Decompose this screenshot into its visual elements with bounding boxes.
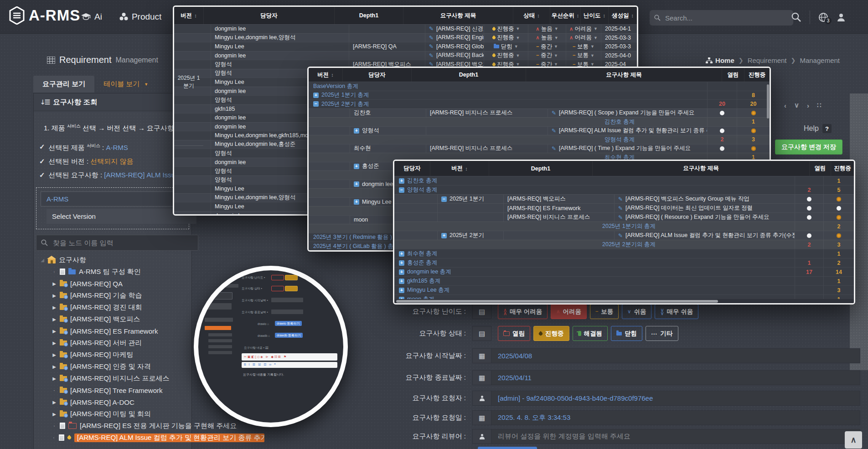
- user-profile-icon[interactable]: [837, 13, 846, 22]
- edit-pencil-icon[interactable]: ✎: [552, 145, 556, 152]
- expand-arrow-icon[interactable]: ▶: [52, 352, 57, 357]
- sort-icon[interactable]: ↕: [603, 13, 606, 18]
- expand-arrow-icon[interactable]: ▶: [52, 329, 57, 334]
- edit-pencil-icon[interactable]: ✎: [429, 26, 434, 32]
- caret-down-icon[interactable]: ▼: [590, 62, 594, 67]
- difficulty-option-button[interactable]: ∧∧매우 어려움: [498, 304, 548, 319]
- save-requirement-button[interactable]: 요구사항 변경 저장: [775, 139, 842, 155]
- column-header[interactable]: 요구사항 제목: [403, 7, 513, 24]
- menu-item-product[interactable]: Product: [119, 12, 161, 22]
- end-date-input[interactable]: 2025/04/11: [491, 370, 860, 385]
- search-icon-large[interactable]: [791, 12, 801, 22]
- column-header[interactable]: 진행중: [831, 161, 854, 176]
- tree-item[interactable]: ·[ARMS-REQ] ALM Issue 컬럼 추가 및 현황관리 보기 종류…: [36, 432, 264, 444]
- column-header[interactable]: 요구사항 제목: [526, 68, 722, 82]
- caret-down-icon[interactable]: ▼: [516, 36, 520, 40]
- chevron-right-icon[interactable]: ›: [807, 102, 809, 109]
- caret-down-icon[interactable]: ▼: [554, 26, 558, 31]
- sort-icon[interactable]: ↕: [194, 13, 197, 18]
- table-row[interactable]: +Mingyu Lee 총계3: [394, 285, 854, 294]
- expand-arrow-icon[interactable]: ▶: [52, 364, 57, 369]
- edit-pencil-icon[interactable]: ✎: [429, 43, 434, 50]
- status-option-button[interactable]: 열림: [498, 326, 530, 341]
- table-row[interactable]: [ARMS-REQ] ES Framework✎[ARMS-REQ] 데이터는 …: [394, 203, 854, 212]
- table-row[interactable]: +홍성준 총계12: [394, 258, 854, 267]
- collapse-icon[interactable]: −: [399, 187, 404, 193]
- column-header[interactable]: 상태↕: [513, 7, 550, 24]
- expand-icon[interactable]: +: [399, 251, 404, 257]
- table-row[interactable]: [ARMS-REQ] 비지니스 프로세스✎[ARMS-REQ] ( Resour…: [394, 212, 854, 222]
- tree-root-item[interactable]: ◢요구사항: [36, 254, 264, 266]
- expand-arrow-icon[interactable]: ▶: [52, 317, 57, 322]
- edit-pencil-icon[interactable]: ✎: [552, 110, 556, 116]
- search-input[interactable]: [664, 14, 789, 22]
- menu-item-ai[interactable]: Ai: [81, 12, 102, 22]
- tree-search[interactable]: [36, 235, 198, 251]
- tree-item[interactable]: ·A-RMS 팀 구성 확인: [36, 266, 264, 278]
- table-row[interactable]: dongmin lee✎[ARMS-REQ] 신경호 변리사님께 설명 진행중▼…: [174, 24, 637, 33]
- table-row[interactable]: −양형석 총계25: [394, 185, 854, 194]
- caret-down-icon[interactable]: ▼: [590, 44, 594, 49]
- table-row[interactable]: +gkfn185 총계1: [394, 276, 854, 285]
- logo[interactable]: A-RMS: [9, 6, 80, 25]
- chevron-left-icon[interactable]: ‹: [784, 102, 786, 109]
- column-header[interactable]: 담당자: [203, 7, 334, 24]
- expand-icon[interactable]: +: [399, 288, 404, 293]
- table-row[interactable]: +dongmin lee 총계1714: [394, 267, 854, 276]
- table-row[interactable]: 김찬호 총계1: [309, 117, 770, 126]
- caret-down-icon[interactable]: ▼: [594, 26, 598, 31]
- sort-icon[interactable]: ↕: [537, 13, 540, 18]
- table-row[interactable]: 최수현[ARMS-REQ] 비지니스 프로세스✎[ARMS-REQ] ( Tim…: [309, 144, 770, 153]
- column-header[interactable]: 버전↕: [174, 7, 203, 24]
- sort-icon[interactable]: ↕: [331, 72, 334, 77]
- collapse-icon[interactable]: −: [313, 101, 319, 107]
- status-option-button[interactable]: 닫힘: [611, 326, 642, 341]
- tree-item[interactable]: ·[ARMS-REQ] ES 전용 게시판 기능을 구현해 주세요: [36, 420, 264, 432]
- expand-icon[interactable]: +: [313, 93, 319, 98]
- expand-arrow-icon[interactable]: ▶: [52, 376, 57, 381]
- caret-down-icon[interactable]: ▼: [554, 44, 558, 49]
- difficulty-option-button[interactable]: ∨쉬움: [622, 304, 651, 319]
- notifications-globe-icon[interactable]: 3: [818, 12, 828, 22]
- table-row[interactable]: +김찬호 총계1: [394, 176, 854, 185]
- tree-search-input[interactable]: [52, 238, 193, 247]
- column-header[interactable]: 담당자: [394, 161, 430, 176]
- hidden-action-button-sliver[interactable]: [478, 447, 537, 449]
- product-item[interactable]: A-RMS: [41, 191, 189, 206]
- tab-requirement-view[interactable]: 요구관리 보기: [33, 76, 94, 93]
- scroll-to-top-button[interactable]: ∧: [845, 431, 862, 449]
- expand-arrow-icon[interactable]: ▶: [52, 281, 57, 286]
- caret-down-icon[interactable]: ▼: [594, 36, 598, 40]
- sort-icon[interactable]: ↕: [631, 13, 634, 18]
- expand-arrow-icon[interactable]: ▶: [52, 412, 57, 417]
- caret-down-icon[interactable]: ▼: [514, 44, 518, 49]
- caret-down-icon[interactable]: ▼: [554, 36, 558, 40]
- expand-arrow-icon[interactable]: ▶: [52, 341, 57, 346]
- help[interactable]: Help ?: [804, 124, 832, 133]
- column-header[interactable]: Depth1: [334, 7, 403, 24]
- column-header[interactable]: Depth1: [489, 161, 592, 176]
- status-option-button[interactable]: ⋯기타: [646, 326, 678, 341]
- table-row[interactable]: 2025년 1분기의 총계2: [394, 222, 854, 231]
- edit-pencil-icon[interactable]: ✎: [552, 128, 556, 134]
- difficulty-option-button[interactable]: ∧어려움: [551, 304, 587, 319]
- global-search[interactable]: [650, 10, 793, 26]
- breadcrumb-section[interactable]: Requirement: [748, 57, 787, 64]
- caret-down-icon[interactable]: ▼: [554, 62, 558, 67]
- edit-pencil-icon[interactable]: ✎: [618, 196, 623, 202]
- expand-arrow-icon[interactable]: ▶: [52, 293, 57, 298]
- expand-icon[interactable]: +: [354, 128, 359, 134]
- table-row[interactable]: 2025년 2분기의 총계23: [394, 240, 854, 249]
- sort-icon[interactable]: ↕: [465, 166, 468, 171]
- edit-pencil-icon[interactable]: ✎: [429, 35, 434, 41]
- reviewer-input[interactable]: 리뷰어 설정을 위한 계정명을 입력해 주세요: [491, 429, 860, 444]
- expand-icon[interactable]: +: [399, 269, 404, 275]
- column-header[interactable]: 난이도↕: [580, 7, 608, 24]
- horizontal-scrollbar[interactable]: [394, 299, 854, 303]
- table-row[interactable]: +최수현 총계1: [394, 249, 854, 258]
- column-header[interactable]: Depth1: [411, 68, 526, 82]
- tab-table-view[interactable]: 테이블 보기▼: [94, 76, 157, 93]
- column-header[interactable]: 담당자: [342, 68, 411, 82]
- table-row[interactable]: 양형석 총계23: [309, 135, 770, 144]
- expand-icon[interactable]: +: [354, 164, 359, 169]
